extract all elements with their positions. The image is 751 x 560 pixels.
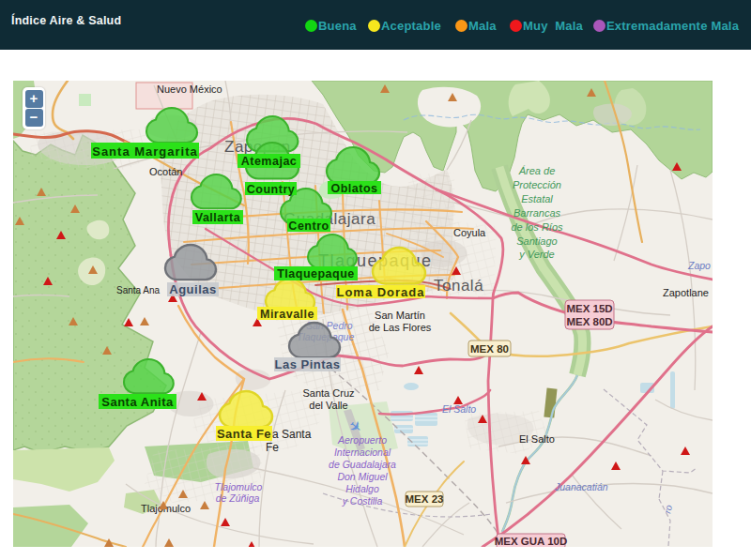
svg-text:MEX 23: MEX 23 — [406, 493, 444, 505]
svg-text:Ocotán: Ocotán — [149, 166, 182, 177]
svg-text:de Guadalajara: de Guadalajara — [329, 459, 396, 470]
svg-text:El Salto: El Salto — [442, 403, 476, 415]
svg-text:Santa Cruz: Santa Cruz — [302, 387, 354, 399]
svg-text:del Valle: del Valle — [309, 400, 347, 411]
svg-text:de los Ríos: de los Ríos — [511, 221, 563, 233]
svg-text:MEX 15D: MEX 15D — [566, 303, 612, 314]
svg-text:Zapo: Zapo — [687, 260, 711, 271]
svg-text:Country: Country — [247, 183, 295, 196]
svg-text:Santiago: Santiago — [516, 235, 557, 247]
svg-text:Zapotlane: Zapotlane — [663, 287, 709, 298]
svg-text:Santa Margarita: Santa Margarita — [92, 144, 198, 159]
svg-text:Internacional: Internacional — [334, 446, 391, 458]
svg-text:Centro: Centro — [288, 219, 329, 233]
svg-text:MEX GUA 10D: MEX GUA 10D — [495, 536, 568, 547]
svg-text:Santa Anita: Santa Anita — [101, 395, 174, 409]
svg-text:Don Miguel: Don Miguel — [337, 471, 388, 482]
svg-text:Tonalá: Tonalá — [434, 277, 483, 295]
svg-text:Estatal: Estatal — [521, 193, 553, 204]
svg-text:Miravalle: Miravalle — [260, 308, 314, 321]
svg-text:Atemajac: Atemajac — [241, 155, 298, 168]
svg-text:Oblatos: Oblatos — [330, 182, 377, 195]
svg-text:San Martín: San Martín — [375, 310, 425, 321]
svg-text:Santa Ana: Santa Ana — [116, 285, 161, 295]
svg-text:MEX 80D: MEX 80D — [566, 316, 612, 327]
svg-text:Hidalgo: Hidalgo — [345, 483, 379, 494]
svg-text:Las Pintas: Las Pintas — [274, 357, 340, 371]
svg-text:Aeropuerto: Aeropuerto — [337, 434, 387, 446]
svg-text:Área de: Área de — [518, 165, 556, 176]
svg-text:Coyula: Coyula — [453, 227, 486, 238]
svg-text:y Costilla: y Costilla — [342, 495, 383, 507]
svg-text:Fe: Fe — [266, 441, 279, 454]
svg-text:de Zúñiga: de Zúñiga — [216, 492, 260, 504]
svg-text:Aguilas: Aguilas — [169, 282, 216, 296]
svg-text:El Salto: El Salto — [519, 433, 555, 445]
svg-text:Barrancas: Barrancas — [513, 207, 561, 219]
svg-text:Tlajomulco: Tlajomulco — [215, 481, 263, 492]
svg-text:Tlaquepaque: Tlaquepaque — [277, 267, 355, 280]
svg-text:de Las Flores: de Las Flores — [369, 322, 432, 333]
svg-text:Nuevo México: Nuevo México — [157, 83, 222, 95]
svg-text:Santa Fe: Santa Fe — [217, 427, 271, 441]
svg-text:MEX 80: MEX 80 — [470, 343, 509, 355]
svg-text:y Verde: y Verde — [518, 249, 555, 260]
svg-text:Juanacatián: Juanacatián — [554, 481, 608, 492]
svg-text:a Santa: a Santa — [272, 428, 312, 441]
svg-text:Protección: Protección — [513, 179, 561, 190]
svg-text:Loma Dorada: Loma Dorada — [336, 285, 424, 299]
svg-text:Vallarta: Vallarta — [195, 211, 241, 224]
